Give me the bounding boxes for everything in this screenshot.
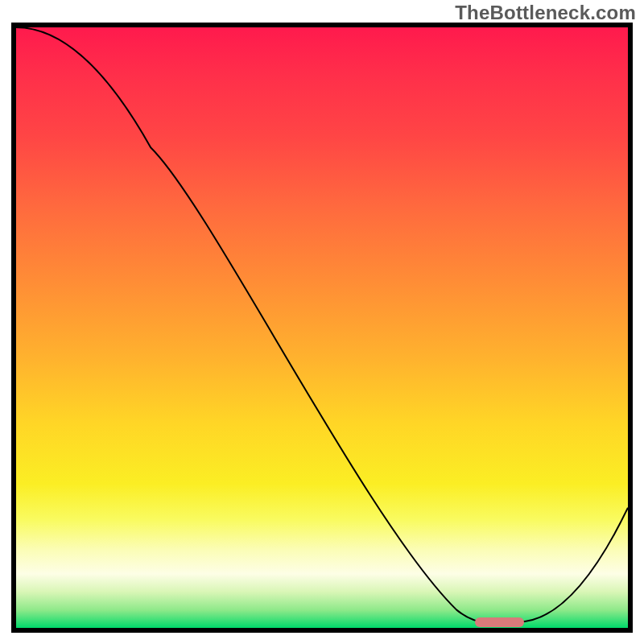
- optimal-range-marker: [475, 617, 524, 627]
- curve-path: [16, 27, 628, 622]
- plot-area: [16, 27, 628, 628]
- chart-root: TheBottleneck.com: [0, 0, 644, 644]
- bottleneck-curve: [16, 27, 628, 628]
- plot-frame: [11, 23, 633, 633]
- watermark-text: TheBottleneck.com: [455, 2, 636, 24]
